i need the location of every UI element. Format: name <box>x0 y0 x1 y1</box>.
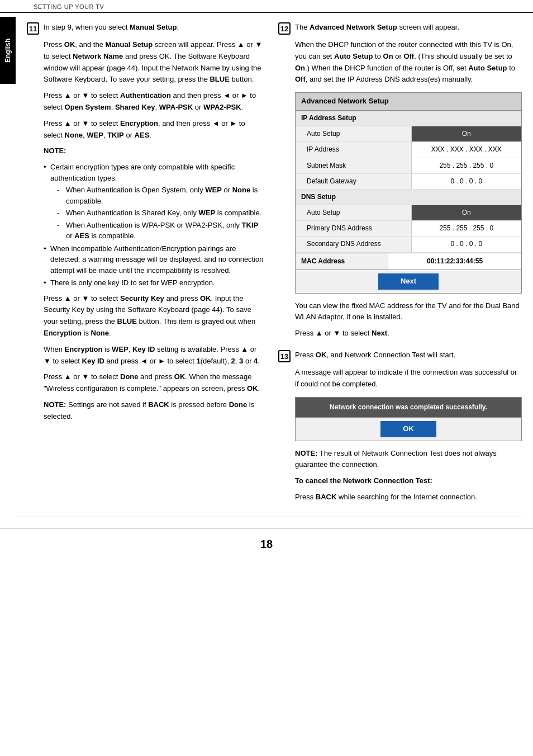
list-item: When Authentication is WPA-PSK or WPA2-P… <box>57 220 264 242</box>
tv-ui-row: Default Gateway 0 . 0 . 0 . 0 <box>296 174 521 190</box>
step-13-body: A message will appear to indicate if the… <box>295 367 522 503</box>
tv-ui-value: 255 . 255 . 255 . 0 <box>412 221 522 236</box>
step-11-para2: Press ▲ or ▼ to select Authentication an… <box>44 90 264 114</box>
step-12-header: 12 The Advanced Network Setup screen wil… <box>278 22 522 35</box>
step-12-para3: Press ▲ or ▼ to select Next. <box>295 328 522 339</box>
tv-ui-row: IP Address XXX . XXX . XXX . XXX <box>296 142 521 158</box>
step-12-para2: You can view the fixed MAC address for t… <box>295 300 522 324</box>
page-wrapper: SETTING UP YOUR TV English 11 In step 9,… <box>0 0 533 756</box>
tv-ui-dns-section: DNS Setup <box>296 190 521 205</box>
ok-button[interactable]: OK <box>380 421 436 437</box>
tv-ui-value: 0 . 0 . 0 . 0 <box>412 174 522 189</box>
network-success-message: Network connection was completed success… <box>296 398 521 418</box>
tv-ui-label: Auto Setup <box>296 126 412 141</box>
header-title: SETTING UP YOUR TV <box>34 3 104 10</box>
step-11-para4: Press ▲ or ▼ to select Security Key and … <box>44 293 264 339</box>
step-11-intro: In step 9, when you select Manual Setup; <box>44 22 179 33</box>
step-11-note-list: Certain encryption types are only compat… <box>44 162 264 289</box>
next-button[interactable]: Next <box>378 273 439 290</box>
list-item: There is only one key ID to set for WEP … <box>44 277 264 289</box>
step-13-intro: Press OK, and Network Connection Test wi… <box>295 349 455 361</box>
list-item: When Authentication is Open System, only… <box>57 185 264 206</box>
step-12-number: 12 <box>278 22 291 35</box>
list-item: When Authentication is Shared Key, only … <box>57 207 264 219</box>
step-12-para1: When the DHCP function of the router con… <box>295 39 522 86</box>
list-item: Certain encryption types are only compat… <box>44 162 264 242</box>
tv-ui-label: Subnet Mask <box>296 158 412 173</box>
list-item: When incompatible Authentication/Encrypt… <box>44 243 264 276</box>
tv-ui-title: Advanced Network Setup <box>296 93 521 111</box>
ok-btn-row: OK <box>296 418 521 441</box>
step-11-subnote-list: When Authentication is Open System, only… <box>57 185 264 242</box>
step-13-header: 13 Press OK, and Network Connection Test… <box>278 349 522 362</box>
step-13-cancel-text: Press BACK while searching for the Inter… <box>295 492 522 503</box>
step-13-para1: A message will appear to indicate if the… <box>295 367 522 390</box>
tv-ui-label: IP Address <box>296 142 412 157</box>
step-11-body: Press OK, and the Manual Setup screen wi… <box>44 39 264 423</box>
tv-ui-mac-row: MAC Address 00:11:22:33:44:55 <box>296 253 521 270</box>
left-column: 11 In step 9, when you select Manual Set… <box>16 13 273 517</box>
tv-ui-label: Secondary DNS Address <box>296 237 412 252</box>
step-11-note2: NOTE: Settings are not saved if BACK is … <box>44 399 264 423</box>
step-11-para3: Press ▲ or ▼ to select Encryption, and t… <box>44 118 264 141</box>
step-11-para5: When Encryption is WEP, Key ID setting i… <box>44 344 264 367</box>
page-header: SETTING UP YOUR TV <box>0 0 533 13</box>
step-11-para1: Press OK, and the Manual Setup screen wi… <box>44 39 264 86</box>
step-13-cancel-header: To cancel the Network Connection Test: <box>295 475 522 487</box>
tv-ui-label: Default Gateway <box>296 174 412 189</box>
step-11-para6: Press ▲ or ▼ to select Done and press OK… <box>44 371 264 395</box>
tv-ui-row: Primary DNS Address 255 . 255 . 255 . 0 <box>296 221 521 237</box>
tv-ui-row: Secondary DNS Address 0 . 0 . 0 . 0 <box>296 237 521 252</box>
step-11-note-label: NOTE: <box>44 145 264 157</box>
step-12-body: When the DHCP function of the router con… <box>295 39 522 339</box>
tv-ui-label: Primary DNS Address <box>296 221 412 236</box>
step-12-intro: The Advanced Network Setup screen will a… <box>295 22 459 33</box>
tv-ui-value: 255 . 255 . 255 . 0 <box>412 158 522 173</box>
tv-ui-row: Subnet Mask 255 . 255 . 255 . 0 <box>296 158 521 174</box>
tv-ui-label: Auto Setup <box>296 205 412 220</box>
tv-ui-ip-section: IP Address Setup <box>296 111 521 126</box>
tv-ui-next-row: Next <box>296 270 521 293</box>
tv-ui-row: Auto Setup On <box>296 205 521 221</box>
right-column: 12 The Advanced Network Setup screen wil… <box>273 13 533 517</box>
step-11-header: 11 In step 9, when you select Manual Set… <box>27 22 264 35</box>
tv-ui-value: XXX . XXX . XXX . XXX <box>412 142 522 157</box>
tv-ui-value: On <box>412 126 522 141</box>
content-area: 11 In step 9, when you select Manual Set… <box>0 13 533 517</box>
tv-ui-mac-label: MAC Address <box>296 253 388 270</box>
tv-ui-advanced-network: Advanced Network Setup IP Address Setup … <box>295 92 522 293</box>
network-success-box: Network connection was completed success… <box>295 397 522 441</box>
page-number: 18 <box>0 528 533 556</box>
sidebar-language: English <box>0 17 16 84</box>
tv-ui-row: Auto Setup On <box>296 126 521 142</box>
tv-ui-value: 0 . 0 . 0 . 0 <box>412 237 522 252</box>
footer-divider <box>16 517 522 517</box>
tv-ui-mac-value: 00:11:22:33:44:55 <box>388 253 521 270</box>
step-13-number: 13 <box>278 350 291 362</box>
step-11-number: 11 <box>27 22 39 35</box>
step-13-note: NOTE: The result of Network Connection T… <box>295 448 522 471</box>
tv-ui-value: On <box>412 205 522 220</box>
